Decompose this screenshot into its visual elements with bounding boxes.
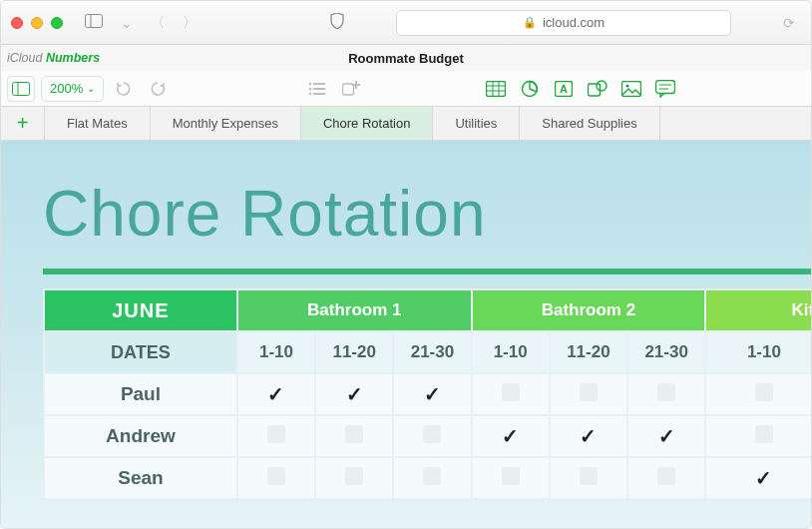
group-header: Bathroom 1 — [237, 289, 472, 331]
media-icon[interactable] — [617, 76, 645, 102]
checkbox-cell[interactable] — [550, 457, 627, 499]
checkbox-cell[interactable] — [627, 457, 705, 499]
svg-rect-10 — [343, 84, 354, 95]
checkbox-cell[interactable] — [472, 415, 550, 457]
text-icon[interactable]: A — [550, 76, 578, 102]
chore-table[interactable]: JUNEBathroom 1Bathroom 2Kitchen DATES1-1… — [43, 288, 811, 500]
table-row: Paul — [44, 373, 811, 415]
lock-icon: 🔒 — [523, 16, 537, 29]
month-header: JUNE — [44, 289, 237, 331]
row-name: Paul — [44, 373, 237, 415]
group-header: Kitchen — [705, 289, 811, 331]
checkbox-cell[interactable] — [705, 457, 811, 499]
checkbox-cell[interactable] — [472, 373, 550, 415]
chevron-down-icon: ⌄ — [87, 83, 95, 94]
chevron-down-icon[interactable]: ⌄ — [115, 11, 139, 35]
checkbox-cell[interactable] — [393, 373, 471, 415]
svg-rect-2 — [13, 82, 30, 95]
window-controls — [11, 17, 63, 29]
svg-point-8 — [309, 92, 312, 95]
checkbox-cell[interactable] — [550, 415, 627, 457]
date-range-header: 21-30 — [393, 331, 471, 373]
checkbox-cell[interactable] — [627, 373, 705, 415]
checkbox-cell[interactable] — [393, 457, 471, 499]
sheet-tab[interactable]: Flat Mates — [45, 107, 151, 140]
svg-point-6 — [309, 87, 312, 90]
toolbar: 200% ⌄ A — [1, 71, 811, 107]
sheet-tab[interactable]: Utilities — [433, 107, 520, 140]
svg-rect-7 — [313, 88, 325, 90]
url-text: icloud.com — [543, 15, 605, 30]
checkbox-cell[interactable] — [237, 373, 315, 415]
insert-icon[interactable] — [337, 76, 365, 102]
checkbox-cell[interactable] — [315, 415, 393, 457]
date-range-header: 1-10 — [237, 331, 315, 373]
checkbox-cell[interactable] — [315, 457, 393, 499]
checkbox-cell[interactable] — [627, 415, 705, 457]
panel-toggle-button[interactable] — [7, 76, 35, 102]
app-header: iCloud Numbers Roommate Budget — [1, 45, 811, 71]
svg-rect-5 — [313, 83, 325, 85]
date-range-header: 11-20 — [315, 331, 393, 373]
checkbox-cell[interactable] — [705, 373, 811, 415]
checkbox-cell[interactable] — [472, 457, 550, 499]
row-name: Sean — [44, 457, 237, 499]
table-row: Andrew — [44, 415, 811, 457]
minimize-window-button[interactable] — [31, 17, 43, 29]
table-row: Sean — [44, 457, 811, 499]
list-icon[interactable] — [303, 76, 331, 102]
divider — [43, 268, 811, 274]
zoom-select[interactable]: 200% ⌄ — [41, 76, 104, 102]
date-range-header: 21-30 — [627, 331, 705, 373]
svg-point-24 — [625, 84, 628, 87]
address-bar[interactable]: 🔒 icloud.com — [396, 10, 731, 36]
breadcrumb-service: iCloud — [7, 51, 42, 65]
svg-rect-13 — [487, 81, 506, 96]
breadcrumb-app: Numbers — [46, 51, 100, 65]
checkbox-cell[interactable] — [550, 373, 627, 415]
shield-icon[interactable] — [324, 9, 350, 36]
svg-rect-9 — [313, 93, 325, 95]
sheet-tab[interactable]: Chore Rotation — [301, 107, 433, 140]
svg-text:A: A — [560, 83, 568, 95]
sheet-tab[interactable]: Shared Supplies — [520, 107, 659, 140]
close-window-button[interactable] — [11, 17, 23, 29]
spreadsheet-canvas[interactable]: Chore Rotation JUNEBathroom 1Bathroom 2K… — [1, 141, 811, 529]
table-icon[interactable] — [482, 76, 510, 102]
comment-icon[interactable] — [651, 76, 679, 102]
svg-point-4 — [309, 82, 312, 85]
shape-icon[interactable] — [584, 76, 611, 102]
date-range-header: 11-20 — [550, 331, 627, 373]
sheet-tab[interactable]: Monthly Expenses — [151, 107, 301, 140]
reload-button[interactable]: ⟳ — [777, 11, 801, 35]
checkbox-cell[interactable] — [237, 457, 315, 499]
checkbox-cell[interactable] — [705, 415, 811, 457]
sidebar-toggle-icon[interactable] — [79, 10, 109, 35]
date-range-header: 1-10 — [705, 331, 811, 373]
svg-rect-0 — [86, 15, 103, 28]
back-button[interactable]: 〈 — [145, 10, 171, 36]
svg-point-22 — [597, 81, 607, 91]
breadcrumb[interactable]: iCloud Numbers — [7, 51, 100, 65]
zoom-value: 200% — [50, 81, 83, 96]
svg-rect-23 — [622, 81, 641, 96]
add-sheet-button[interactable]: + — [1, 107, 45, 140]
dates-label: DATES — [44, 331, 237, 373]
chart-icon[interactable] — [516, 76, 544, 102]
zoom-window-button[interactable] — [51, 17, 63, 29]
sheet-tabs: + Flat MatesMonthly ExpensesChore Rotati… — [1, 107, 811, 141]
date-range-header: 1-10 — [472, 331, 550, 373]
redo-button[interactable] — [144, 76, 172, 102]
row-name: Andrew — [44, 415, 237, 457]
forward-button[interactable]: 〉 — [177, 10, 203, 36]
checkbox-cell[interactable] — [237, 415, 315, 457]
document-title: Roommate Budget — [348, 51, 464, 66]
page-title: Chore Rotation — [43, 177, 811, 251]
group-header: Bathroom 2 — [472, 289, 706, 331]
checkbox-cell[interactable] — [393, 415, 471, 457]
browser-chrome: ⌄ 〈 〉 🔒 icloud.com ⟳ — [1, 1, 811, 45]
checkbox-cell[interactable] — [315, 373, 393, 415]
svg-rect-25 — [656, 80, 675, 93]
undo-button[interactable] — [110, 76, 138, 102]
